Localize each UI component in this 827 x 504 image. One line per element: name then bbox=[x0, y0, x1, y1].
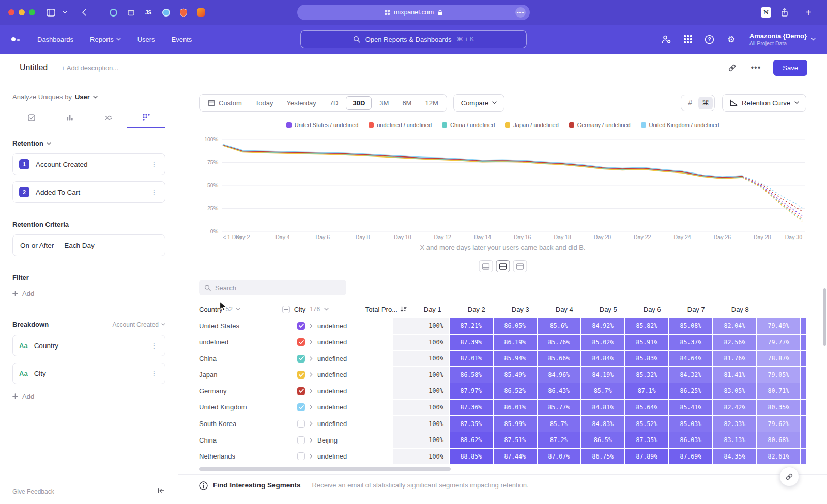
retention-criteria-card[interactable]: On or After Each Day bbox=[12, 234, 165, 256]
retention-step-card[interactable]: 2 Added To Cart ⋮ bbox=[12, 181, 165, 203]
nav-item-dashboards[interactable]: Dashboards bbox=[37, 36, 73, 43]
row-checkbox[interactable] bbox=[297, 338, 305, 346]
retention-section-toggle[interactable]: Retention bbox=[12, 139, 165, 147]
day-column-header[interactable]: Day 4 bbox=[543, 306, 586, 313]
criteria-each-day[interactable]: Each Day bbox=[64, 242, 95, 249]
range-30d[interactable]: 30D bbox=[346, 96, 372, 110]
expand-row-icon[interactable] bbox=[310, 438, 313, 443]
close-window-button[interactable] bbox=[8, 9, 14, 15]
breakdown-card[interactable]: Aa City ⋮ bbox=[12, 363, 165, 384]
kebab-menu-icon[interactable]: ⋮ bbox=[149, 341, 159, 350]
browser-extension-icon[interactable] bbox=[160, 7, 172, 18]
collapse-sidebar-icon[interactable] bbox=[157, 486, 165, 497]
table-only-view-icon[interactable] bbox=[513, 260, 527, 272]
range-3m[interactable]: 3M bbox=[373, 94, 395, 111]
add-filter-button[interactable]: Add bbox=[12, 290, 165, 297]
chevron-down-icon[interactable] bbox=[61, 6, 68, 19]
range-12m[interactable]: 12M bbox=[418, 94, 445, 111]
kebab-menu-icon[interactable]: ⋮ bbox=[149, 369, 159, 377]
nav-item-events[interactable]: Events bbox=[172, 36, 192, 43]
share-icon[interactable] bbox=[778, 6, 791, 19]
row-checkbox[interactable] bbox=[297, 403, 305, 411]
legend-item[interactable]: undefined / undefined bbox=[369, 122, 432, 128]
help-icon[interactable]: ? bbox=[704, 34, 715, 45]
expand-row-icon[interactable] bbox=[310, 340, 313, 344]
project-switcher[interactable]: Amazonia {Demo} All Project Data bbox=[749, 32, 816, 46]
day-column-header[interactable]: Day 8 bbox=[718, 306, 762, 313]
new-tab-icon[interactable]: + bbox=[802, 6, 815, 19]
keyboard-shortcuts-icon[interactable]: ⌘ bbox=[698, 97, 713, 109]
day-column-header[interactable]: Day 5 bbox=[587, 306, 630, 313]
city-column-header[interactable]: City 176 bbox=[282, 306, 363, 313]
split-view-icon[interactable] bbox=[496, 260, 510, 272]
row-checkbox[interactable] bbox=[297, 355, 305, 363]
browser-extension-icon[interactable] bbox=[178, 7, 189, 18]
range-today[interactable]: Today bbox=[249, 94, 280, 111]
expand-row-icon[interactable] bbox=[310, 421, 313, 426]
select-all-checkbox[interactable] bbox=[282, 306, 290, 313]
share-link-button[interactable] bbox=[779, 467, 799, 486]
chart-only-view-icon[interactable] bbox=[479, 260, 493, 272]
back-icon[interactable] bbox=[78, 6, 90, 19]
range-7d[interactable]: 7D bbox=[323, 94, 345, 111]
number-format-icon[interactable]: # bbox=[683, 97, 697, 109]
page-scrollbar-thumb[interactable] bbox=[823, 288, 826, 346]
table-search-input[interactable] bbox=[215, 284, 341, 292]
more-options-icon[interactable]: ••• bbox=[749, 61, 762, 74]
browser-extension-icon[interactable]: JS bbox=[143, 7, 154, 18]
address-bar[interactable]: mixpanel.com ••• bbox=[297, 5, 530, 20]
browser-extension-icon[interactable] bbox=[108, 7, 119, 18]
row-checkbox[interactable] bbox=[297, 387, 305, 395]
save-button[interactable]: Save bbox=[773, 60, 807, 76]
expand-row-icon[interactable] bbox=[310, 405, 313, 410]
row-checkbox[interactable] bbox=[297, 436, 305, 444]
nav-item-users[interactable]: Users bbox=[137, 36, 155, 43]
day-column-header[interactable]: Day 2 bbox=[455, 306, 498, 313]
expand-row-icon[interactable] bbox=[310, 454, 313, 459]
zoom-window-button[interactable] bbox=[29, 9, 35, 15]
tab-flows[interactable] bbox=[89, 108, 127, 128]
legend-item[interactable]: Germany / undefined bbox=[569, 122, 631, 128]
add-description-button[interactable]: + Add description... bbox=[61, 64, 118, 72]
range-yesterday[interactable]: Yesterday bbox=[280, 94, 323, 111]
copy-link-icon[interactable] bbox=[726, 61, 738, 74]
legend-item[interactable]: United Kingdom / undefined bbox=[641, 122, 719, 128]
country-column-header[interactable]: Country 52 bbox=[199, 306, 282, 313]
day-column-header[interactable]: Day 1 bbox=[411, 306, 454, 313]
minimize-window-button[interactable] bbox=[19, 9, 25, 15]
row-checkbox[interactable] bbox=[297, 371, 305, 379]
expand-row-icon[interactable] bbox=[310, 372, 313, 377]
row-checkbox[interactable] bbox=[297, 452, 305, 460]
browser-extension-icon[interactable] bbox=[195, 7, 207, 18]
notion-extension-icon[interactable]: N bbox=[761, 7, 771, 18]
expand-row-icon[interactable] bbox=[310, 356, 313, 361]
global-search-button[interactable]: Open Reports & Dashboards ⌘ + K bbox=[300, 30, 527, 48]
breakdown-scope-selector[interactable]: Account Created bbox=[113, 321, 165, 328]
nav-item-reports[interactable]: Reports bbox=[90, 36, 121, 43]
tab-funnels[interactable] bbox=[51, 108, 89, 128]
expand-row-icon[interactable] bbox=[310, 324, 313, 328]
settings-gear-icon[interactable]: ⚙ bbox=[726, 34, 737, 45]
add-breakdown-button[interactable]: Add bbox=[12, 392, 165, 400]
day-column-header[interactable]: Day 3 bbox=[499, 306, 542, 313]
legend-item[interactable]: Japan / undefined bbox=[505, 122, 558, 128]
data-management-icon[interactable] bbox=[661, 34, 672, 45]
expand-row-icon[interactable] bbox=[310, 389, 313, 393]
legend-item[interactable]: United States / undefined bbox=[286, 122, 359, 128]
range-6m[interactable]: 6M bbox=[395, 94, 418, 111]
horizontal-scrollbar-thumb[interactable] bbox=[199, 467, 451, 471]
row-checkbox[interactable] bbox=[297, 420, 305, 428]
kebab-menu-icon[interactable]: ⋮ bbox=[149, 160, 159, 168]
breakdown-card[interactable]: Aa Country ⋮ bbox=[12, 335, 165, 356]
row-checkbox[interactable] bbox=[297, 322, 305, 330]
tab-insights[interactable] bbox=[12, 108, 51, 128]
tab-retention[interactable] bbox=[127, 108, 165, 128]
mixpanel-logo-icon[interactable] bbox=[11, 37, 20, 41]
browser-extension-icon[interactable] bbox=[125, 7, 136, 18]
compare-button[interactable]: Compare bbox=[453, 94, 504, 112]
day-column-header[interactable]: Day 6 bbox=[631, 306, 674, 313]
analyze-uniques-selector[interactable]: Analyze Uniques by User bbox=[12, 93, 165, 101]
give-feedback-link[interactable]: Give Feedback bbox=[12, 488, 54, 495]
criteria-on-or-after[interactable]: On or After bbox=[20, 242, 54, 249]
kebab-menu-icon[interactable]: ⋮ bbox=[149, 188, 159, 196]
